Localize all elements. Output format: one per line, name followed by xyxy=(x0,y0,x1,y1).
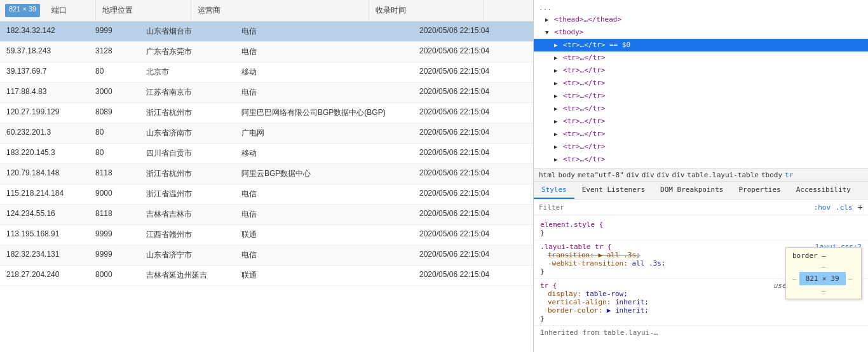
style-val: all .3s; xyxy=(632,259,665,267)
table-row[interactable]: 60.232.201.3 80 山东省济南市 广电网 2020/05/06 22… xyxy=(0,123,533,144)
dom-line[interactable]: ▶ <tr>…</tr> xyxy=(534,77,868,90)
dom-dots: ... xyxy=(534,3,868,13)
table-row[interactable]: 39.137.69.7 80 北京市 移动 2020/05/06 22:15:0… xyxy=(0,62,533,83)
tooltip-minus-top: – xyxy=(792,262,855,271)
tab-styles[interactable]: Styles xyxy=(534,182,574,199)
dom-line[interactable]: ▶ <tr>…</tr> xyxy=(534,102,868,115)
tab-dom-breakpoints[interactable]: DOM Breakpoints xyxy=(653,182,731,199)
table-row[interactable]: 120.27.199.129 8089 浙江省杭州市 阿里巴巴网络有限公司BGP… xyxy=(0,103,533,123)
cell-ip: 113.195.168.91 xyxy=(0,225,89,245)
breadcrumb-item[interactable]: html xyxy=(539,171,556,179)
cell-location: 山东省烟台市 xyxy=(140,22,235,41)
cell-isp: 联通 xyxy=(235,225,413,245)
cell-time: 2020/05/06 22:15:04 xyxy=(413,164,527,184)
style-prop: border-color: xyxy=(548,306,602,315)
cell-port: 8118 xyxy=(89,164,140,184)
breadcrumb-item[interactable]: div xyxy=(627,171,639,179)
table-body: 182.34.32.142 9999 山东省烟台市 电信 2020/05/06 … xyxy=(0,22,533,352)
cell-port: 9999 xyxy=(89,22,140,41)
cell-location: 吉林省延边州延吉 xyxy=(140,266,235,285)
breadcrumb-item[interactable]: div xyxy=(657,171,670,179)
cell-isp: 电信 xyxy=(235,42,413,62)
tabs-row[interactable]: StylesEvent ListenersDOM BreakpointsProp… xyxy=(534,182,868,200)
table-row[interactable]: 183.220.145.3 80 四川省自贡市 移动 2020/05/06 22… xyxy=(0,144,533,164)
filter-hov[interactable]: :hov xyxy=(814,203,831,212)
left-panel: 821 × 39 端口 地理位置 运营商 收录时间 182.34.32.142 … xyxy=(0,0,534,352)
dom-line[interactable]: ▶ <tr>…</tr> == $0 xyxy=(534,39,868,51)
table-row[interactable]: 117.88.4.83 3000 江苏省南京市 电信 2020/05/06 22… xyxy=(0,83,533,103)
cell-time: 2020/05/06 22:15:04 xyxy=(413,266,527,285)
cell-isp: 阿里云BGP数据中心 xyxy=(235,164,413,184)
table-row[interactable]: 124.234.55.16 8118 吉林省吉林市 电信 2020/05/06 … xyxy=(0,205,533,225)
style-selector: element.style { xyxy=(540,220,603,229)
filter-input[interactable] xyxy=(539,203,809,212)
col-header-port: 端口 xyxy=(45,0,96,21)
dom-line[interactable]: ▶ <tr>…</tr> xyxy=(534,90,868,102)
cell-isp: 移动 xyxy=(235,144,413,163)
table-row[interactable]: 182.32.234.131 9999 山东省济宁市 电信 2020/05/06… xyxy=(0,245,533,266)
dom-line[interactable]: ▶ <tr>…</tr> xyxy=(534,128,868,140)
tab-accessibility[interactable]: Accessibility xyxy=(789,182,858,199)
cell-isp: 广电网 xyxy=(235,123,413,143)
breadcrumb-item[interactable]: div xyxy=(642,171,654,179)
breadcrumb-item[interactable]: table.layui-table xyxy=(687,171,759,179)
breadcrumb-item[interactable]: div xyxy=(672,171,684,179)
cell-time: 2020/05/06 22:15:04 xyxy=(413,83,527,102)
cell-ip: 183.220.145.3 xyxy=(0,144,89,163)
tooltip-minus-right: – xyxy=(848,274,853,283)
cell-time: 2020/05/06 22:15:04 xyxy=(413,42,527,62)
table-row[interactable]: 182.34.32.142 9999 山东省烟台市 电信 2020/05/06 … xyxy=(0,22,533,42)
table-row[interactable]: 115.218.214.184 9000 浙江省温州市 电信 2020/05/0… xyxy=(0,184,533,205)
style-selector-layui: .layui-table tr { xyxy=(540,243,612,251)
dom-line[interactable]: ▶ <tr>…</tr> xyxy=(534,64,868,77)
cell-location: 浙江省杭州市 xyxy=(140,164,235,184)
dom-line[interactable]: ▶ <tr>…</tr> xyxy=(534,51,868,64)
cell-isp: 电信 xyxy=(235,184,413,204)
cell-time: 2020/05/06 22:15:04 xyxy=(413,225,527,245)
dom-line[interactable]: ▶ <tr>…</tr> xyxy=(534,153,868,166)
style-selector-tr: tr { xyxy=(540,281,557,290)
dom-line[interactable]: ▶ <tr>…</tr> xyxy=(534,140,868,153)
tab-event-listeners[interactable]: Event Listeners xyxy=(574,182,653,199)
cell-port: 80 xyxy=(89,62,140,82)
table-row[interactable]: 59.37.18.243 3128 广东省东莞市 电信 2020/05/06 2… xyxy=(0,42,533,62)
cell-port: 9999 xyxy=(89,225,140,245)
breadcrumb-item[interactable]: body xyxy=(559,171,576,179)
cell-ip: 59.37.18.243 xyxy=(0,42,89,62)
tooltip-minus-bottom: – xyxy=(792,287,855,295)
table-row[interactable]: 218.27.204.240 8000 吉林省延边州延吉 联通 2020/05/… xyxy=(0,266,533,286)
style-block-element: element.style {} xyxy=(534,218,868,240)
breadcrumb-item[interactable]: tbody xyxy=(761,171,782,179)
style-val: inherit; xyxy=(615,298,649,306)
cell-location: 山东省济宁市 xyxy=(140,245,235,265)
inherited-label: Inherited from table.layui-… xyxy=(534,326,868,339)
add-style-rule-button[interactable]: + xyxy=(858,202,863,212)
cell-isp: 电信 xyxy=(235,22,413,41)
table-row[interactable]: 113.195.168.91 9999 江西省赣州市 联通 2020/05/06… xyxy=(0,225,533,245)
dom-tree: ...▶ <thead>…</thead>▼ <tbody>▶ <tr>…</t… xyxy=(534,0,868,169)
cell-isp: 阿里巴巴网络有限公司BGP数据中心(BGP) xyxy=(235,103,413,123)
table-row[interactable]: 120.79.184.148 8118 浙江省杭州市 阿里云BGP数据中心 20… xyxy=(0,164,533,184)
cell-ip: 120.27.199.129 xyxy=(0,103,89,123)
tab-properties[interactable]: Properties xyxy=(731,182,788,199)
breadcrumb: html body meta"utf-8" div div div div ta… xyxy=(534,169,868,182)
cell-ip: 117.88.4.83 xyxy=(0,83,89,102)
style-prop: -webkit-transition: xyxy=(548,259,628,267)
cell-port: 3000 xyxy=(89,83,140,102)
cell-port: 8089 xyxy=(89,103,140,123)
dimension-tooltip: border – – – 821 × 39 – – xyxy=(785,247,862,299)
cell-time: 2020/05/06 22:15:04 xyxy=(413,22,527,41)
cell-port: 9999 xyxy=(89,245,140,265)
filter-cls[interactable]: .cls xyxy=(836,203,853,212)
style-prop: transition: xyxy=(548,251,594,259)
breadcrumb-item[interactable]: tr xyxy=(785,171,793,179)
cell-ip: 120.79.184.148 xyxy=(0,164,89,184)
style-prop: vertical-align: xyxy=(548,298,611,306)
dom-line[interactable]: ▶ <tr>…</tr> xyxy=(534,115,868,128)
cell-ip: 218.27.204.240 xyxy=(0,266,89,285)
cell-location: 江苏省南京市 xyxy=(140,83,235,102)
dom-line[interactable]: ▶ <thead>…</thead> xyxy=(534,13,868,26)
dom-line[interactable]: ▼ <tbody> xyxy=(534,26,868,39)
breadcrumb-item[interactable]: meta"utf-8" xyxy=(578,171,624,179)
table-header: 821 × 39 端口 地理位置 运营商 收录时间 xyxy=(0,0,533,22)
